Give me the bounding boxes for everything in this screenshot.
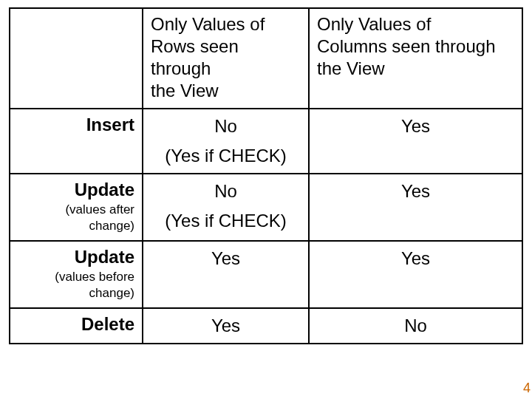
row-label-sub: (values before [18, 270, 134, 284]
row-label-sub: change) [18, 286, 134, 301]
cell-value: Yes [151, 315, 301, 337]
table-row-update-after: Update (values after change) No (Yes if … [10, 174, 522, 241]
cell-value: Yes [317, 115, 514, 137]
header-text: Rows seen through [151, 35, 301, 80]
cell-subvalue: (Yes if CHECK) [151, 145, 301, 167]
cell-subvalue: (Yes if CHECK) [151, 210, 301, 232]
cell-update-before-columns: Yes [309, 241, 522, 308]
header-cell-rows: Only Values of Rows seen through the Vie… [143, 8, 309, 109]
cell-value: Yes [151, 248, 301, 270]
table-row-delete: Delete Yes No [10, 308, 522, 344]
row-label-delete: Delete [10, 308, 143, 344]
header-text: Only Values of [151, 13, 301, 35]
cell-value: No [317, 315, 514, 337]
header-cell-columns: Only Values of Columns seen through the … [309, 8, 522, 109]
cell-value: Yes [317, 248, 514, 270]
header-text: the View [317, 58, 514, 80]
row-label-text: Insert [18, 114, 134, 136]
cell-delete-columns: No [309, 308, 522, 344]
table-header-row: Only Values of Rows seen through the Vie… [10, 8, 522, 109]
row-label-text: Update [18, 179, 134, 201]
row-label-sub: change) [18, 219, 134, 233]
page-number: 4 [523, 381, 531, 396]
cell-value: No [151, 180, 301, 202]
header-blank-cell [10, 8, 143, 109]
row-label-sub: (values after [18, 202, 134, 217]
cell-update-after-rows: No (Yes if CHECK) [143, 174, 309, 241]
row-label-update-after: Update (values after change) [10, 174, 143, 241]
cell-update-before-rows: Yes [143, 241, 309, 308]
cell-insert-columns: Yes [309, 109, 522, 174]
slide: Only Values of Rows seen through the Vie… [0, 0, 532, 399]
cell-value: No [151, 115, 301, 137]
row-label-update-before: Update (values before change) [10, 241, 143, 308]
cell-value: Yes [317, 180, 514, 202]
row-label-text: Delete [18, 313, 134, 335]
row-label-insert: Insert [10, 109, 143, 174]
table-row-update-before: Update (values before change) Yes Yes [10, 241, 522, 308]
header-text: Columns seen through [317, 35, 514, 58]
cell-update-after-columns: Yes [309, 174, 522, 241]
comparison-table: Only Values of Rows seen through the Vie… [9, 7, 523, 344]
table-row-insert: Insert No (Yes if CHECK) Yes [10, 109, 522, 174]
header-text: Only Values of [317, 13, 514, 35]
header-text: the View [151, 80, 301, 102]
cell-delete-rows: Yes [143, 308, 309, 344]
row-label-text: Update [18, 246, 134, 268]
cell-insert-rows: No (Yes if CHECK) [143, 109, 309, 174]
